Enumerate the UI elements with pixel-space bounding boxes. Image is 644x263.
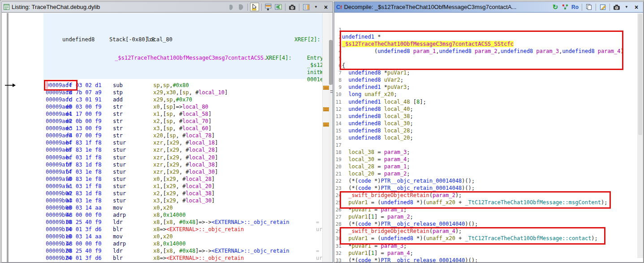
- listing-row[interactable]: 00009aecbf 03 1f f8sturxzr,[x29, #local_…: [46, 154, 324, 162]
- decompile-line[interactable]: 18 local_38 = param_3;: [334, 149, 642, 156]
- code-text: undefined8 *puVar1;: [342, 70, 410, 76]
- current-location-arrow: [4, 82, 16, 88]
- code-token: x29: [166, 197, 176, 204]
- decompile-line[interactable]: 19 local_30 = param_4;: [334, 156, 642, 163]
- decompile-line[interactable]: 9 undefined1 *puVar3;: [334, 84, 642, 91]
- bookmark-marker[interactable]: [323, 107, 329, 111]
- listing-row[interactable]: 00009ad8e2 0b 00 f9strx2,[sp, #local_70]: [46, 118, 324, 125]
- listing-row[interactable]: 00009accfd c3 01 91addx29,sp,#0x70: [46, 96, 324, 104]
- decompile-line[interactable]: 7 undefined8 *puVar1;: [334, 70, 642, 77]
- decompile-line[interactable]: 10 long unaff_x20;: [334, 91, 642, 98]
- annotation-box-msgcontent: [340, 191, 611, 209]
- line-number: 14: [335, 121, 341, 127]
- xref-entry[interactable]: initW: [307, 69, 323, 75]
- code-token: x0: [153, 104, 160, 110]
- listing-titlebar[interactable]: Listing: TraceTheChat.debug.dylib: [2, 2, 333, 13]
- copy-block-icon[interactable]: [226, 3, 235, 11]
- listing-row[interactable]: 00009b1008 25 40 f9ldrx8,[x8, #0x48]=>->…: [46, 219, 324, 226]
- code-token: 08 25 40 f9: [66, 248, 101, 254]
- xref-entry[interactable]: 0001e: [307, 76, 323, 83]
- decompile-line[interactable]: 20 local_28 = param_1;: [334, 163, 642, 171]
- snapshot-camera-icon[interactable]: [612, 3, 621, 11]
- code-token: , #: [173, 118, 182, 124]
- decompile-line[interactable]: 8 undefined8 uVar2;: [334, 77, 642, 84]
- decompile-line[interactable]: 21 local_20 = param_2;: [334, 171, 642, 178]
- code-token: ,[: [160, 118, 166, 124]
- listing-row[interactable]: 00009b2008 25 40 f9ldrx8,[x8, #0x48]=>->…: [46, 248, 324, 255]
- listing-row[interactable]: 00009b0c48 00 00 f0adrpx8,0x14000: [46, 212, 324, 219]
- bookmark-marker[interactable]: [323, 86, 329, 90]
- code-token: *: [381, 70, 387, 76]
- bookmark-marker[interactable]: [323, 123, 329, 127]
- code-token: stur: [113, 162, 126, 168]
- diff-table-down-icon[interactable]: [264, 3, 273, 11]
- cursor-location-icon[interactable]: [250, 3, 259, 11]
- listing-row[interactable]: 00009b00a2 83 1d f8sturx2,[x29, #local_3…: [46, 190, 324, 197]
- decompile-line[interactable]: 11 undefined1 local_48 [8];: [334, 99, 642, 106]
- listing-row[interactable]: 00009ac4ff 03 02 d1subsp,sp,#0x80: [46, 82, 324, 89]
- change-marker[interactable]: [330, 90, 333, 93]
- listing-row[interactable]: 00009b18e0 03 14 aamovx0,x20: [46, 233, 324, 241]
- code-token: x29: [169, 162, 179, 168]
- code-token: [342, 163, 348, 170]
- listing-row[interactable]: 00009af4bf 03 1e f8sturxzr,[x29, #local_…: [46, 169, 324, 176]
- dropdown-arrow-icon[interactable]: ▼: [622, 3, 631, 11]
- code-token: )();: [465, 257, 478, 262]
- decompile-line[interactable]: 15 undefined8 local_28;: [334, 127, 642, 135]
- decompile-titlebar[interactable]: Cf Decompile: _$s12TraceTheChat10ObfMess…: [334, 2, 643, 13]
- listing-row[interactable]: 00009ad0e0 03 00 f9strx0,[sp]=>local_80: [46, 104, 324, 111]
- decompile-line[interactable]: 22 (*(code *)PTR__objc_retain_00014048)(…: [334, 178, 642, 185]
- listing-row[interactable]: 00009afca1 03 1f f8sturx1,[x29, #local_2…: [46, 183, 324, 190]
- xref-entry[interactable]: Entry: [307, 55, 323, 61]
- decompile-line[interactable]: 12 undefined8 local_40;: [334, 106, 642, 113]
- operand-field: x8,0x14000: [153, 212, 186, 218]
- close-glyph: ×: [324, 4, 328, 10]
- graph-icon[interactable]: [561, 3, 570, 11]
- listing-vscrollbar-thumb[interactable]: [329, 40, 333, 85]
- code-token: ;: [410, 135, 413, 141]
- close-icon[interactable]: ×: [632, 3, 641, 11]
- dropdown-arrow-icon[interactable]: ▼: [311, 3, 320, 11]
- code-token: ,: [163, 96, 166, 103]
- snapshot-camera-icon[interactable]: [288, 3, 297, 11]
- decompile-line[interactable]: 32 puVar1[1] = param_4;: [334, 250, 642, 257]
- code-text: undefined1 *puVar3;: [342, 84, 410, 90]
- close-icon[interactable]: ×: [321, 3, 330, 11]
- code-token: [342, 113, 348, 119]
- listing-row[interactable]: 00009b2400 01 3f d6blrx8=><EXTERNAL>::_o…: [46, 255, 324, 262]
- listing-row[interactable]: 00009b04a3 03 1e f8sturx3,[x29, #local_3…: [46, 197, 324, 205]
- listing-row[interactable]: 00009af8a0 83 1e f8sturx0,[x29, #local_2…: [46, 176, 324, 183]
- decompile-line[interactable]: 16 undefined8 local_20;: [334, 135, 642, 142]
- listing-row[interactable]: 00009ac8fd 7b 07 a9stpx29,x30,[sp, #loca…: [46, 89, 324, 96]
- listing-row[interactable]: 00009b08e0 03 14 aamovx0,x20: [46, 205, 324, 212]
- toggle-listing-panel-icon[interactable]: [302, 3, 311, 11]
- code-token: local_30: [186, 197, 212, 204]
- diff-markup-icon[interactable]: [274, 3, 283, 11]
- code-token: [381, 135, 384, 141]
- listing-row[interactable]: 00009b1400 01 3f d6blrx8=><EXTERNAL>::_o…: [46, 226, 324, 233]
- listing-row[interactable]: 00009ae8bf 83 1e f8sturxzr,[x29, #local_…: [46, 147, 324, 154]
- listing-row[interactable]: 00009af0bf 83 1d f8sturxzr,[x29, #local_…: [46, 162, 324, 169]
- line-number: 27: [335, 214, 341, 220]
- decompile-line[interactable]: 17: [334, 142, 642, 149]
- edit-icon[interactable]: [598, 3, 607, 11]
- listing-row[interactable]: 00009adce3 13 00 f9strx3,[sp, #local_60]: [46, 125, 324, 132]
- code-token: sp: [166, 104, 173, 110]
- decompile-line[interactable]: 27 puVar1[1] = param_2;: [334, 214, 642, 221]
- line-number: 18: [335, 149, 341, 155]
- decompile-vscrollbar-thumb[interactable]: [638, 14, 642, 135]
- xref-entry[interactable]: _$s12: [307, 62, 323, 68]
- function-symbol[interactable]: _$s12TraceTheChat10ObfMessageC3msg7conta…: [115, 55, 273, 61]
- code-token: <EXTERNAL>::_objc_retain: [166, 255, 244, 261]
- ro-button[interactable]: Ro: [571, 3, 579, 11]
- listing-row[interactable]: 00009ae4bf 83 1f f8sturxzr,[x29, #local_…: [46, 140, 324, 147]
- listing-row[interactable]: 00009ad4e1 17 00 f9strx1,[sp, #local_58]: [46, 111, 324, 118]
- listing-row[interactable]: 00009b1c48 00 00 f0adrpx8,0x14000: [46, 241, 324, 248]
- decompile-line[interactable]: 14 undefined8 local_30;: [334, 120, 642, 127]
- refresh-icon[interactable]: ↻: [551, 3, 560, 11]
- listing-row[interactable]: 00009ae0f4 07 00 f9strx20,[sp, #local_78…: [46, 132, 324, 140]
- decompile-line[interactable]: 33 (*(code *)PTR__objc_release_00014040)…: [334, 257, 642, 262]
- copy-icon[interactable]: [584, 3, 593, 11]
- decompile-line[interactable]: 13 undefined8 local_38;: [334, 113, 642, 120]
- paste-block-icon[interactable]: [236, 3, 245, 11]
